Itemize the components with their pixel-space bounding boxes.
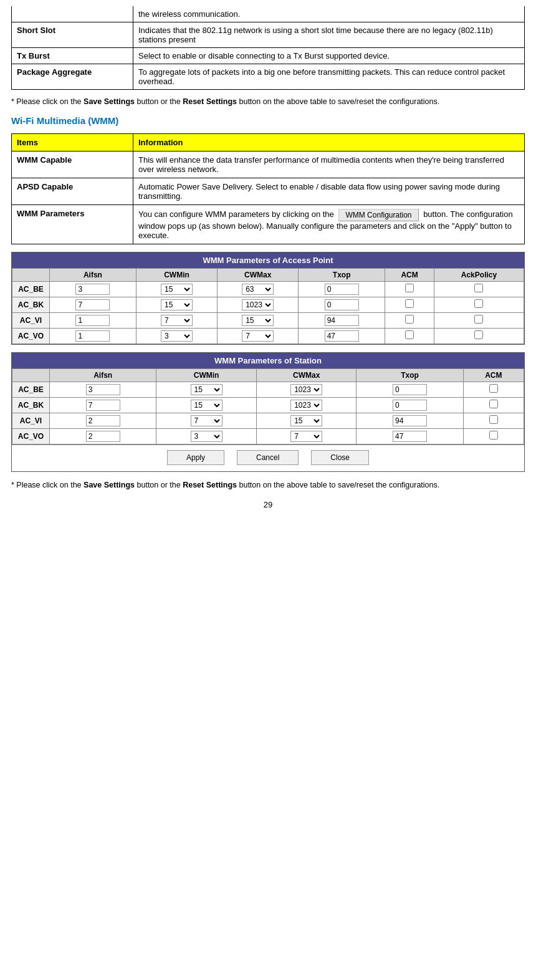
station-cwmin-select[interactable]: 371531631272555111023 xyxy=(191,415,223,426)
ap-ackpolicy-cell xyxy=(434,312,524,328)
apsd-capable-content: Automatic Power Save Delivery. Select to… xyxy=(133,178,525,204)
ap-aifsn-input[interactable] xyxy=(75,299,110,310)
ap-cwmin-select[interactable]: 371531631272555111023 xyxy=(161,330,193,342)
station-cwmax-cell: 71531631272555111023 xyxy=(256,382,357,397)
station-cwmax-select[interactable]: 71531631272555111023 xyxy=(290,415,322,426)
station-table-row: AC_VI37153163127255511102371531631272555… xyxy=(12,413,524,428)
ap-table-row: AC_VO37153163127255511102371531631272555… xyxy=(12,328,524,343)
ap-txop-input[interactable] xyxy=(325,315,359,326)
apply-button[interactable]: Apply xyxy=(167,450,224,465)
station-acm-cell xyxy=(463,413,524,428)
ap-acm-checkbox[interactable] xyxy=(405,315,414,324)
ap-acm-cell xyxy=(385,312,434,328)
station-table-row: AC_BK37153163127255511102371531631272555… xyxy=(12,397,524,413)
table-row-continuation: the wireless communication. xyxy=(12,6,525,22)
station-aifsn-cell xyxy=(50,413,156,428)
ap-acm-checkbox[interactable] xyxy=(405,284,414,292)
station-cwmin-select[interactable]: 371531631272555111023 xyxy=(191,431,223,442)
station-acm-cell xyxy=(463,397,524,413)
ap-acm-checkbox[interactable] xyxy=(405,330,414,339)
ap-cwmax-select[interactable]: 71531631272555111023 xyxy=(242,315,274,326)
ap-col-cwmax: CWMax xyxy=(218,268,299,281)
ap-txop-input[interactable] xyxy=(325,284,359,295)
ap-txop-cell xyxy=(299,312,385,328)
ap-txop-cell xyxy=(299,281,385,297)
ap-cwmin-select[interactable]: 371531631272555111023 xyxy=(161,284,193,295)
ap-params-container: WMM Parameters of Access Point Aifsn CWM… xyxy=(11,252,525,345)
station-col-cwmin: CWMin xyxy=(156,368,257,382)
ap-acm-checkbox[interactable] xyxy=(405,299,414,308)
ap-ackpolicy-checkbox[interactable] xyxy=(474,315,483,324)
ap-col-txop: Txop xyxy=(299,268,385,281)
ap-acm-cell xyxy=(385,281,434,297)
station-cwmax-select[interactable]: 71531631272555111023 xyxy=(290,431,322,442)
station-txop-input[interactable] xyxy=(393,431,427,442)
station-params-title: WMM Parameters of Station xyxy=(12,353,524,368)
station-aifsn-input[interactable] xyxy=(86,415,120,426)
ap-cwmin-select[interactable]: 371531631272555111023 xyxy=(161,315,193,326)
ap-aifsn-input[interactable] xyxy=(75,330,110,342)
station-txop-cell xyxy=(357,382,463,397)
station-txop-input[interactable] xyxy=(393,384,427,395)
station-row-label: AC_BE xyxy=(12,382,50,397)
apsd-capable-label: APSD Capable xyxy=(12,178,133,204)
note-1: * Please click on the Save Settings butt… xyxy=(11,96,525,108)
station-row-label: AC_VI xyxy=(12,413,50,428)
station-cwmax-select[interactable]: 71531631272555111023 xyxy=(290,384,322,395)
table-row-wmm-parameters: WMM Parameters You can configure WMM par… xyxy=(12,204,525,244)
wmm-parameters-label: WMM Parameters xyxy=(12,204,133,244)
ap-txop-input[interactable] xyxy=(325,299,359,310)
station-txop-input[interactable] xyxy=(393,415,427,426)
table-row-short-slot: Short Slot Indicates that the 802.11g ne… xyxy=(12,22,525,48)
station-cwmin-select[interactable]: 371531631272555111023 xyxy=(191,384,223,395)
station-acm-checkbox[interactable] xyxy=(489,415,498,424)
station-aifsn-input[interactable] xyxy=(86,384,120,395)
station-acm-checkbox[interactable] xyxy=(489,431,498,440)
station-col-txop: Txop xyxy=(357,368,463,382)
wmm-table-header-row: Items Information xyxy=(12,133,525,151)
close-button[interactable]: Close xyxy=(311,450,369,465)
ap-txop-input[interactable] xyxy=(325,330,359,342)
station-aifsn-cell xyxy=(50,382,156,397)
action-buttons-row: Apply Cancel Close xyxy=(12,444,524,471)
station-txop-input[interactable] xyxy=(393,400,427,411)
ap-cwmax-cell: 71531631272555111023 xyxy=(218,328,299,343)
station-cwmax-select[interactable]: 71531631272555111023 xyxy=(290,400,322,411)
wmm-parameters-content: You can configure WMM parameters by clic… xyxy=(133,204,525,244)
wmm-capable-content: This will enhance the data transfer perf… xyxy=(133,151,525,178)
ap-aifsn-input[interactable] xyxy=(75,284,110,295)
ap-ackpolicy-checkbox[interactable] xyxy=(474,299,483,308)
station-txop-cell xyxy=(357,413,463,428)
station-aifsn-cell xyxy=(50,428,156,444)
station-cwmax-cell: 71531631272555111023 xyxy=(256,397,357,413)
station-acm-cell xyxy=(463,428,524,444)
ap-row-label: AC_VI xyxy=(12,312,50,328)
station-table-header-row: Aifsn CWMin CWMax Txop ACM xyxy=(12,368,524,382)
ap-table-row: AC_VI37153163127255511102371531631272555… xyxy=(12,312,524,328)
station-txop-cell xyxy=(357,397,463,413)
station-col-acm: ACM xyxy=(463,368,524,382)
ap-ackpolicy-cell xyxy=(434,281,524,297)
ap-row-label: AC_VO xyxy=(12,328,50,343)
ap-cwmin-select[interactable]: 371531631272555111023 xyxy=(161,299,193,310)
save-settings-label: Save Settings xyxy=(84,97,135,106)
table-row-apsd-capable: APSD Capable Automatic Power Save Delive… xyxy=(12,178,525,204)
station-cwmin-select[interactable]: 371531631272555111023 xyxy=(191,400,223,411)
ap-ackpolicy-checkbox[interactable] xyxy=(474,284,483,292)
ap-cwmax-select[interactable]: 71531631272555111023 xyxy=(242,284,274,295)
station-acm-checkbox[interactable] xyxy=(489,400,498,408)
ap-aifsn-cell xyxy=(50,328,136,343)
station-row-label: AC_VO xyxy=(12,428,50,444)
station-col-aifsn: Aifsn xyxy=(50,368,156,382)
station-aifsn-input[interactable] xyxy=(86,431,120,442)
station-aifsn-input[interactable] xyxy=(86,400,120,411)
station-acm-checkbox[interactable] xyxy=(489,384,498,393)
station-cwmax-cell: 71531631272555111023 xyxy=(256,428,357,444)
ap-acm-cell xyxy=(385,297,434,312)
ap-ackpolicy-checkbox[interactable] xyxy=(474,330,483,339)
ap-cwmax-select[interactable]: 71531631272555111023 xyxy=(242,330,274,342)
cancel-button[interactable]: Cancel xyxy=(237,450,299,465)
ap-aifsn-input[interactable] xyxy=(75,315,110,326)
ap-cwmax-select[interactable]: 71531631272555111023 xyxy=(242,299,274,310)
wmm-configuration-button[interactable]: WMM Configuration xyxy=(338,209,418,221)
